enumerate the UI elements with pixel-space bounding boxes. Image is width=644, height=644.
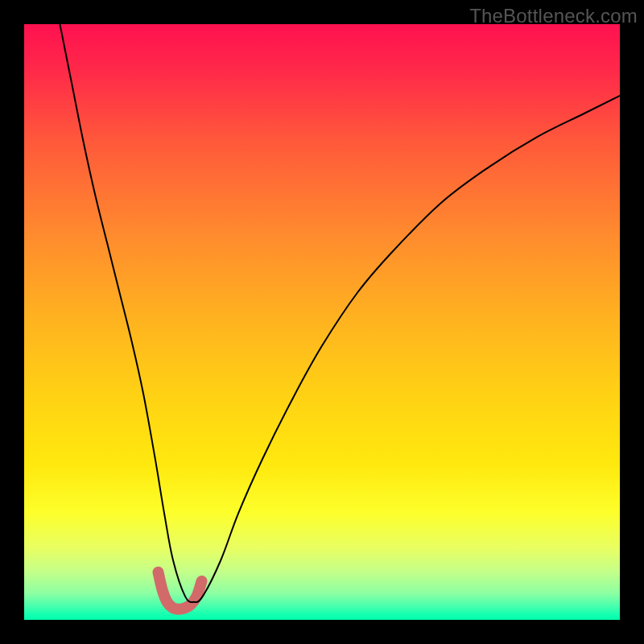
plot-area: [24, 24, 620, 620]
curve-layer: [24, 24, 620, 620]
thick-marker-segment: [159, 572, 202, 609]
thin-curve: [60, 24, 620, 602]
watermark-text: TheBottleneck.com: [469, 5, 638, 27]
chart-frame: TheBottleneck.com: [0, 0, 644, 644]
